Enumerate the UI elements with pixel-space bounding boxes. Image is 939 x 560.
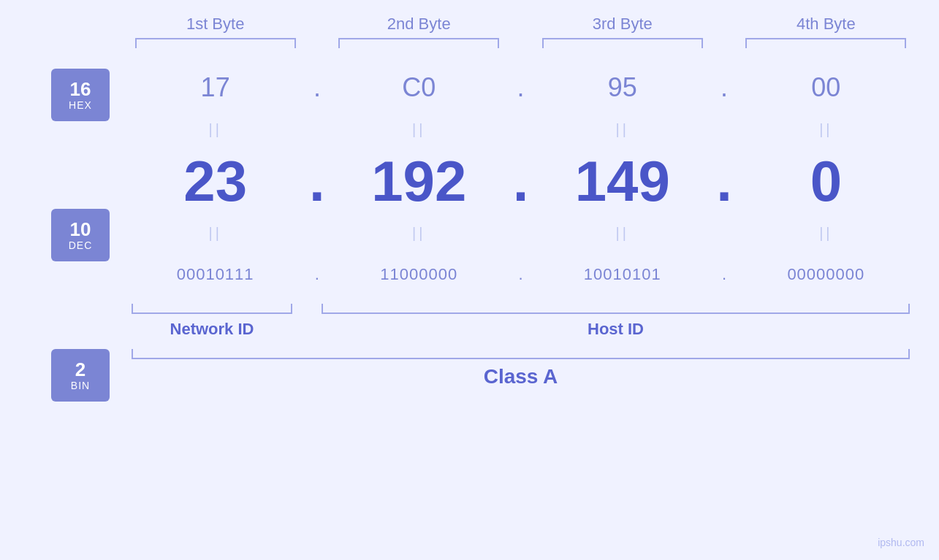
dec-label: DEC: [69, 239, 93, 251]
bin-dot-3: .: [722, 265, 726, 283]
hex-label: HEX: [69, 99, 92, 111]
eq1-3: ||: [616, 121, 629, 137]
byte4-header: 4th Byte: [797, 15, 856, 33]
hex-dot-1: .: [313, 72, 321, 102]
bin-badge: 2 BIN: [51, 349, 110, 402]
bin-dot-2: .: [518, 265, 522, 283]
dec-dot-3: .: [716, 149, 732, 213]
bottom-brackets: Network ID Host ID: [132, 304, 910, 339]
bin-row: 00010111 . 11000000 . 10010101 .: [132, 248, 910, 301]
bracket-byte3: [542, 38, 703, 48]
bin-label: BIN: [71, 380, 90, 391]
dec-row: 23 . 192 . 149 . 0: [132, 145, 910, 218]
dec-val-3: 149: [575, 149, 670, 213]
hex-val-2: C0: [402, 72, 436, 102]
dec-dot-2: .: [513, 149, 529, 213]
hex-num: 16: [70, 79, 91, 100]
values-grid: 17 . C0 . 95 . 00: [132, 61, 910, 388]
bin-num: 2: [75, 359, 85, 380]
bin-val-2: 11000000: [380, 265, 457, 283]
eq1-2: ||: [412, 121, 425, 137]
hex-dot-3: .: [721, 72, 728, 102]
base-labels-column: 16 HEX 10 DEC 2 BIN: [29, 61, 132, 402]
hex-val-4: 00: [811, 72, 840, 102]
eq2-1: ||: [208, 225, 221, 241]
dec-val-2: 192: [371, 149, 466, 213]
equals-row-1: || || || ||: [132, 114, 910, 145]
dec-num: 10: [70, 219, 91, 240]
eq2-2: ||: [412, 225, 425, 241]
bracket-byte2: [338, 38, 499, 48]
byte1-header: 1st Byte: [186, 15, 244, 33]
hex-row: 17 . C0 . 95 . 00: [132, 61, 910, 114]
dec-badge: 10 DEC: [51, 209, 110, 261]
byte2-header: 2nd Byte: [387, 15, 451, 33]
network-id-bracket: [132, 304, 292, 314]
host-id-bracket: [322, 304, 910, 314]
host-id-label: Host ID: [588, 320, 644, 338]
watermark: ipshu.com: [878, 536, 924, 549]
hex-dot-2: .: [517, 72, 524, 102]
class-a-label: Class A: [484, 365, 558, 388]
dec-val-4: 0: [810, 149, 842, 213]
equals-row-2: || || || ||: [132, 218, 910, 248]
hex-badge: 16 HEX: [51, 69, 110, 121]
eq1-4: ||: [819, 121, 832, 137]
main-container: 1st Byte 2nd Byte 3rd Byte 4th Byte: [0, 0, 939, 560]
byte3-header: 3rd Byte: [593, 15, 653, 33]
eq2-4: ||: [819, 225, 832, 241]
network-id-label: Network ID: [170, 320, 254, 338]
bin-dot-1: .: [315, 265, 319, 283]
class-a-section: Class A: [132, 349, 910, 388]
bracket-byte4: [745, 38, 906, 48]
hex-val-3: 95: [608, 72, 637, 102]
bin-val-3: 10010101: [584, 265, 661, 283]
bin-val-1: 00010111: [177, 265, 254, 283]
bracket-byte1: [135, 38, 296, 48]
eq1-1: ||: [208, 121, 221, 137]
dec-dot-1: .: [309, 149, 325, 213]
class-a-bracket: [132, 349, 910, 359]
bin-val-4: 00000000: [787, 265, 864, 283]
dec-val-1: 23: [183, 149, 247, 213]
eq2-3: ||: [616, 225, 629, 241]
hex-val-1: 17: [201, 72, 230, 102]
